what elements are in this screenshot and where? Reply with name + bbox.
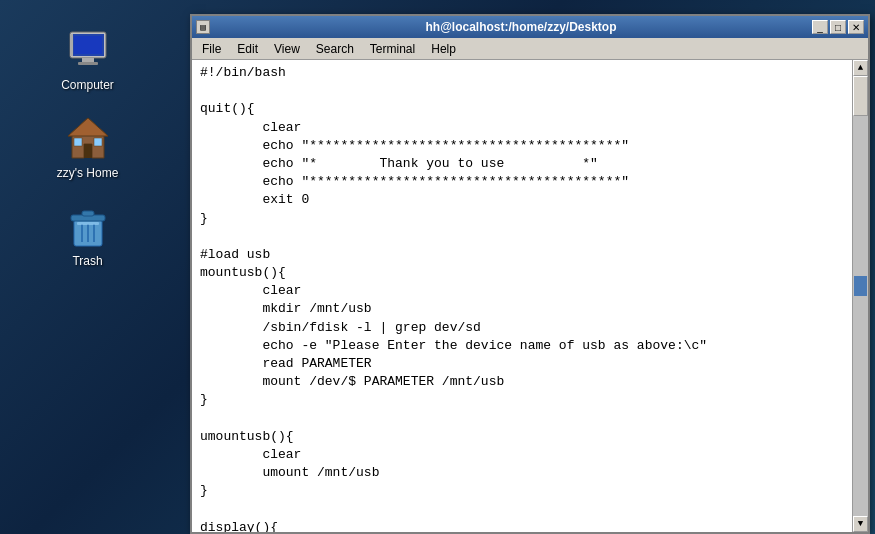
window-icon: ▤ (196, 20, 210, 34)
computer-icon-svg (64, 26, 112, 74)
title-bar: ▤ hh@localhost:/home/zzy/Desktop _ □ ✕ (192, 16, 868, 38)
terminal-content-wrapper: #!/bin/bash quit(){ clear echo "********… (192, 60, 868, 532)
scroll-thumb-indicator (854, 276, 867, 296)
window-title: hh@localhost:/home/zzy/Desktop (230, 20, 812, 34)
terminal-content[interactable]: #!/bin/bash quit(){ clear echo "********… (192, 60, 852, 532)
svg-marker-7 (68, 118, 108, 136)
svg-rect-10 (94, 138, 102, 146)
minimize-button[interactable]: _ (812, 20, 828, 34)
scroll-up-button[interactable]: ▲ (853, 60, 868, 76)
svg-rect-2 (70, 34, 73, 56)
menu-search[interactable]: Search (308, 40, 362, 58)
home-icon-svg (64, 114, 112, 162)
computer-label: Computer (61, 78, 114, 92)
menu-terminal[interactable]: Terminal (362, 40, 423, 58)
home-label: zzy's Home (57, 166, 119, 180)
menu-edit[interactable]: Edit (229, 40, 266, 58)
svg-rect-9 (74, 138, 82, 146)
vertical-scrollbar[interactable]: ▲ ▼ (852, 60, 868, 532)
svg-rect-17 (77, 222, 99, 225)
menu-bar: File Edit View Search Terminal Help (192, 38, 868, 60)
scroll-down-button[interactable]: ▼ (853, 516, 868, 532)
computer-icon-item[interactable]: Computer (43, 20, 133, 98)
svg-rect-3 (82, 58, 94, 62)
menu-view[interactable]: View (266, 40, 308, 58)
home-icon-item[interactable]: zzy's Home (43, 108, 133, 186)
scroll-thumb[interactable] (853, 76, 868, 116)
trash-icon-item[interactable]: Trash (43, 196, 133, 274)
menu-help[interactable]: Help (423, 40, 464, 58)
desktop-icons: Computer zzy's Home (0, 0, 175, 534)
svg-rect-5 (74, 36, 102, 54)
scroll-track[interactable] (853, 76, 868, 516)
close-button[interactable]: ✕ (848, 20, 864, 34)
svg-rect-4 (78, 62, 98, 65)
code-display: #!/bin/bash quit(){ clear echo "********… (192, 60, 852, 532)
menu-file[interactable]: File (194, 40, 229, 58)
trash-icon-svg (64, 202, 112, 250)
title-buttons: _ □ ✕ (812, 20, 864, 34)
svg-rect-8 (84, 144, 92, 158)
terminal-window: ▤ hh@localhost:/home/zzy/Desktop _ □ ✕ F… (190, 14, 870, 534)
svg-rect-13 (82, 211, 94, 216)
maximize-button[interactable]: □ (830, 20, 846, 34)
trash-label: Trash (72, 254, 102, 268)
